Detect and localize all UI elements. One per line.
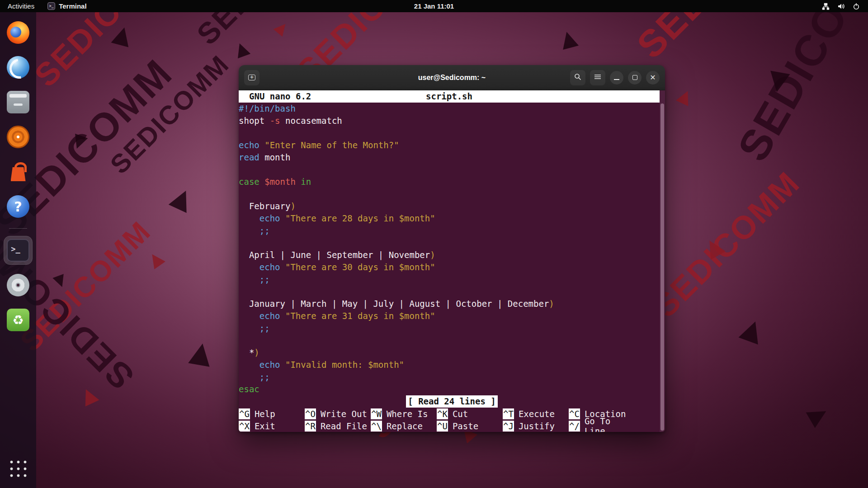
shortcut-label: Where Is <box>387 409 428 419</box>
shortcut-key: ^X <box>239 421 250 432</box>
code-line[interactable]: echo "There are 28 days in $month" <box>239 212 665 225</box>
shortcut-label: Exit <box>255 421 275 431</box>
code-line[interactable] <box>239 188 665 200</box>
dock-item-trash[interactable] <box>4 306 32 334</box>
dock-item-rhythmbox[interactable] <box>4 123 32 151</box>
shortcut-key: ^C <box>569 408 580 419</box>
background-triangle <box>233 41 250 58</box>
background-triangle <box>169 187 195 213</box>
dock-item-show-applications[interactable] <box>4 455 32 483</box>
window-title: user@Sedicomm: ~ <box>418 74 486 82</box>
maximize-button[interactable] <box>628 71 642 84</box>
dock-item-terminal[interactable] <box>4 236 32 264</box>
shortcut-key: ^G <box>239 408 250 419</box>
nano-title-bar: GNU nano 6.2 script.sh <box>239 90 660 103</box>
code-line[interactable] <box>239 164 665 176</box>
code-line[interactable] <box>239 127 665 139</box>
code-line[interactable]: shopt -s nocasematch <box>239 115 665 127</box>
background-triangle <box>676 88 694 106</box>
disc-burner-icon <box>7 274 29 296</box>
dock-divider <box>9 228 27 229</box>
shortcut-label: Paste <box>453 421 478 431</box>
nano-version: GNU nano 6.2 <box>239 91 311 101</box>
nano-shortcut: ^JJustify <box>503 420 569 432</box>
dock-item-firefox[interactable] <box>4 19 32 47</box>
system-tray[interactable] <box>814 0 868 12</box>
nano-shortcut: ^KCut <box>437 408 503 420</box>
background-triangle <box>188 342 213 367</box>
code-line[interactable]: ;; <box>239 225 665 237</box>
shortcut-label: Cut <box>453 409 468 419</box>
code-line[interactable]: echo "Invalid month: $month" <box>239 359 665 371</box>
code-line[interactable]: echo "There are 31 days in $month" <box>239 310 665 322</box>
search-icon <box>574 73 581 82</box>
background-triangle <box>806 404 831 428</box>
code-line[interactable]: echo "Enter Name of the Month?" <box>239 139 665 151</box>
shortcut-key: ^U <box>437 421 448 432</box>
code-line[interactable]: *) <box>239 347 665 359</box>
nano-shortcuts-row2[interactable]: ^XExit^RRead File^\Replace^UPaste^JJusti… <box>239 420 665 432</box>
code-line[interactable]: ;; <box>239 273 665 286</box>
code-line[interactable]: read month <box>239 151 665 164</box>
nano-editor: GNU nano 6.2 script.sh #!/bin/bashshopt … <box>239 90 665 432</box>
clock[interactable]: 21 Jan 11:01 <box>414 2 454 10</box>
minimize-button[interactable] <box>610 71 623 84</box>
dock-item-help[interactable] <box>4 192 32 221</box>
nano-filename: script.sh <box>426 90 472 103</box>
nano-shortcut: ^WWhere Is <box>371 408 437 420</box>
code-line[interactable] <box>239 237 665 249</box>
nano-status-message: [ Read 24 lines ] <box>406 395 497 408</box>
code-line[interactable]: esac <box>239 383 665 395</box>
dock-item-ubuntu-software[interactable] <box>4 158 32 186</box>
code-line[interactable]: January | March | May | July | August | … <box>239 298 665 310</box>
window-header[interactable]: user@Sedicomm: ~ <box>239 65 665 90</box>
rhythmbox-icon <box>7 126 29 148</box>
terminal-window: user@Sedicomm: ~ <box>239 65 665 432</box>
ubuntu-software-icon <box>7 160 29 183</box>
terminal-scrollbar[interactable] <box>660 90 665 432</box>
power-icon <box>853 3 860 10</box>
activities-button[interactable]: Activities <box>0 0 42 12</box>
shortcut-label: Execute <box>519 409 555 419</box>
code-line[interactable] <box>239 334 665 347</box>
code-line[interactable]: ;; <box>239 371 665 383</box>
files-icon <box>7 91 29 113</box>
shortcut-key: ^K <box>437 408 448 419</box>
shortcut-label: Write Out <box>321 409 367 419</box>
hamburger-menu-icon <box>594 74 601 82</box>
shortcut-key: ^J <box>503 421 514 432</box>
trash-icon <box>7 309 29 331</box>
code-line[interactable]: case $month in <box>239 176 665 188</box>
shortcut-key: ^O <box>305 408 316 419</box>
code-line[interactable]: April | June | September | November) <box>239 249 665 261</box>
focused-app-menu[interactable]: >_ Terminal <box>42 0 92 12</box>
nano-shortcut: ^\Replace <box>371 420 437 432</box>
dock-item-disc-burner[interactable] <box>4 271 32 299</box>
menu-button[interactable] <box>590 70 605 85</box>
help-icon <box>7 195 29 218</box>
shortcut-key: ^W <box>371 408 382 419</box>
code-line[interactable]: echo "There are 30 days in $month" <box>239 261 665 273</box>
shortcut-label: Read File <box>321 421 367 431</box>
background-triangle <box>111 25 133 47</box>
code-line[interactable] <box>239 286 665 298</box>
background-triangle <box>274 20 290 37</box>
scrollbar-thumb[interactable] <box>660 103 664 431</box>
background-triangle <box>146 250 165 269</box>
show-applications-icon <box>8 459 28 479</box>
code-line[interactable]: February) <box>239 200 665 212</box>
new-tab-button[interactable] <box>244 70 259 85</box>
firefox-icon <box>7 21 29 44</box>
nano-code[interactable]: #!/bin/bashshopt -s nocasematchecho "Ent… <box>239 103 665 395</box>
dock-item-files[interactable] <box>4 88 32 116</box>
close-button[interactable]: ✕ <box>646 71 660 84</box>
code-line[interactable]: #!/bin/bash <box>239 103 665 115</box>
nano-shortcut: ^UPaste <box>437 420 503 432</box>
nano-shortcut: ^TExecute <box>503 408 569 420</box>
code-line[interactable]: ;; <box>239 322 665 334</box>
dock-item-web-browser[interactable] <box>4 53 32 81</box>
nano-shortcut: ^XExit <box>239 420 305 432</box>
background-watermark: SEDICOMM <box>646 164 807 324</box>
search-button[interactable] <box>570 70 585 85</box>
shortcut-label: Help <box>255 409 275 419</box>
